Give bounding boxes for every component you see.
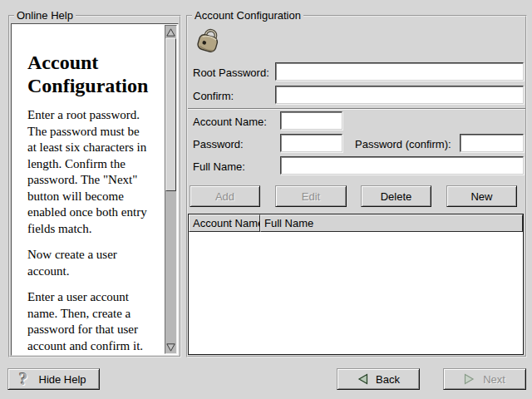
help-paragraph: Enter a user account name. Then, create … [27, 289, 170, 356]
next-label: Next [483, 373, 505, 386]
full-name-label: Full Name: [193, 160, 245, 174]
account-config-frame-label: Account Configuration [192, 9, 303, 22]
question-mark-icon: ? [19, 371, 28, 387]
confirm-input[interactable] [275, 86, 524, 104]
installer-window: { "colors": { "background": "#d6d6d6", "… [0, 0, 532, 399]
account-name-label: Account Name: [193, 116, 267, 129]
password-input[interactable] [280, 134, 342, 152]
password-label: Password: [193, 138, 244, 151]
back-label: Back [376, 373, 400, 386]
online-help-frame-label: Online Help [14, 9, 76, 22]
back-arrow-icon [357, 373, 368, 385]
help-content: Account Configuration Enter a root passw… [27, 51, 170, 356]
next-button[interactable]: Next [443, 368, 526, 390]
scrollbar-thumb[interactable] [165, 38, 176, 191]
help-title: Account Configuration [27, 51, 170, 97]
delete-button[interactable]: Delete [361, 185, 431, 207]
accounts-table: Account Name Full Name [188, 214, 524, 355]
help-paragraph: Now create a user account. [27, 247, 170, 279]
back-button[interactable]: Back [337, 368, 420, 390]
help-scrollbar[interactable] [165, 25, 177, 354]
section-separator [188, 108, 525, 110]
confirm-label: Confirm: [193, 90, 234, 103]
up-arrow-icon [166, 28, 175, 37]
edit-button[interactable]: Edit [275, 185, 347, 207]
column-header-full-name[interactable]: Full Name [260, 214, 523, 232]
hide-help-button[interactable]: ? Hide Help [7, 368, 100, 390]
root-password-label: Root Password: [193, 66, 269, 80]
hide-help-label: Hide Help [39, 373, 86, 386]
down-arrow-icon [166, 343, 175, 352]
help-viewport: Account Configuration Enter a root passw… [11, 23, 179, 356]
next-arrow-icon [464, 373, 475, 385]
new-button[interactable]: New [446, 185, 517, 207]
lock-icon [191, 22, 224, 56]
root-password-input[interactable] [275, 62, 524, 81]
scroll-up-button[interactable] [165, 26, 176, 38]
password-confirm-label: Password (confirm): [355, 138, 451, 151]
scroll-down-button[interactable] [165, 341, 176, 353]
accounts-table-header: Account Name Full Name [189, 214, 523, 232]
password-confirm-input[interactable] [460, 134, 524, 152]
help-paragraph: Enter a root password. The password must… [27, 107, 170, 237]
column-header-account-name[interactable]: Account Name [189, 214, 260, 232]
add-button[interactable]: Add [190, 185, 260, 207]
full-name-input[interactable] [280, 156, 524, 175]
account-name-input[interactable] [280, 111, 342, 130]
